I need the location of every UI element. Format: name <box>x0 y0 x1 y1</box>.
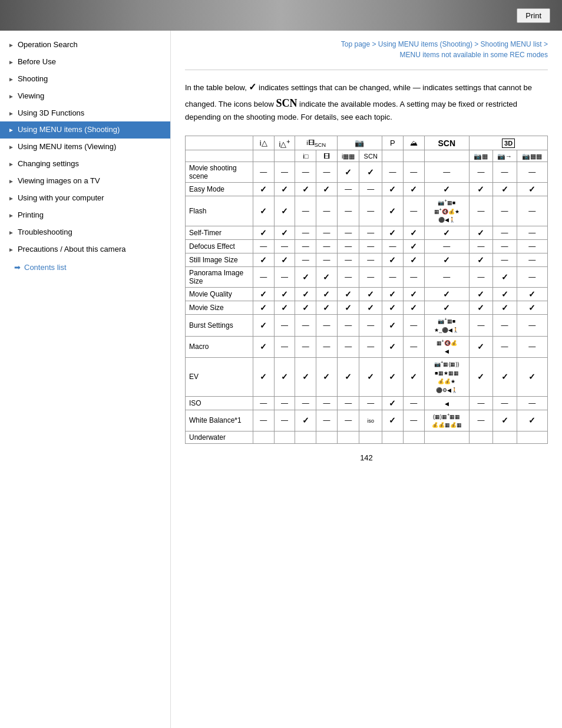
cell-4-2: — <box>295 240 316 253</box>
col-grid-group: 📷 <box>337 136 382 150</box>
cell-1-7: ✓ <box>403 183 424 196</box>
cell-14-0 <box>253 431 274 444</box>
contents-list-arrow: ➡ <box>14 263 21 272</box>
sidebar-label-7: Changing settings <box>18 159 79 169</box>
cell-5-9: ✓ <box>470 253 493 267</box>
cell-8-7: ✓ <box>403 301 424 315</box>
cell-1-5: — <box>359 183 382 196</box>
cell-5-6: ✓ <box>382 253 404 267</box>
cell-6-3: ✓ <box>316 267 338 288</box>
scn-label: SCN <box>276 97 297 109</box>
col-sub-1 <box>253 150 274 162</box>
breadcrumb-top[interactable]: Top page <box>341 40 370 48</box>
cell-10-9: ✓ <box>470 336 493 357</box>
cell-7-11: ✓ <box>517 288 547 301</box>
cell-13-6: ✓ <box>382 410 404 431</box>
page-number: 142 <box>185 453 548 462</box>
cell-10-0: ✓ <box>253 336 274 357</box>
cell-5-4: — <box>337 253 359 267</box>
cell-0-5: ✓ <box>359 162 382 183</box>
col-a: ⛰ <box>403 136 424 150</box>
cell-8-11: ✓ <box>517 301 547 315</box>
table-row: Movie Quality✓✓✓✓✓✓✓✓✓✓✓✓ <box>186 288 548 301</box>
cell-0-2: — <box>295 162 316 183</box>
cell-1-10: ✓ <box>492 183 517 196</box>
sidebar-item-2[interactable]: ►Shooting <box>0 71 170 88</box>
cell-0-6: — <box>382 162 404 183</box>
sidebar-item-8[interactable]: ►Viewing images on a TV <box>0 173 170 190</box>
sidebar-item-3[interactable]: ►Viewing <box>0 88 170 105</box>
sidebar-item-1[interactable]: ►Before Use <box>0 54 170 71</box>
sidebar-arrow-8: ► <box>8 177 14 185</box>
cell-13-9: — <box>470 410 493 431</box>
col-scn: SCN <box>424 136 470 150</box>
table-row: EV✓✓✓✓✓✓✓✓📷+▦(▦))■▦★▦▦💰💰★⚫⚙◀🚶✓✓✓ <box>186 357 548 396</box>
cell-6-11: — <box>517 267 547 288</box>
cell-5-10: — <box>492 253 517 267</box>
cell-11-9: ✓ <box>470 357 493 396</box>
row-label-11: EV <box>186 357 253 396</box>
print-button[interactable]: Print <box>517 8 550 23</box>
sidebar-item-0[interactable]: ►Operation Search <box>0 37 170 54</box>
description: In the table below, ✓ indicates settings… <box>185 80 548 124</box>
cell-3-6: ✓ <box>382 226 404 240</box>
sidebar-arrow-6: ► <box>8 143 14 151</box>
row-label-2: Flash <box>186 196 253 226</box>
cell-3-1: ✓ <box>274 226 295 240</box>
sidebar-item-10[interactable]: ►Printing <box>0 207 170 224</box>
sidebar-item-12[interactable]: ►Precautions / About this camera <box>0 241 170 258</box>
cell-13-1: — <box>274 410 295 431</box>
cell-8-5: ✓ <box>359 301 382 315</box>
cell-8-6: ✓ <box>382 301 404 315</box>
sidebar-label-12: Precautions / About this camera <box>18 245 126 255</box>
col-sub-3: i□ <box>295 150 316 162</box>
cell-8-3: ✓ <box>316 301 338 315</box>
cell-1-3: ✓ <box>316 183 338 196</box>
contents-list-link[interactable]: ➡ Contents list <box>0 258 170 276</box>
sidebar-item-7[interactable]: ►Changing settings <box>0 156 170 173</box>
cell-3-9: ✓ <box>470 226 493 240</box>
col-sub-5: i▦▦ <box>337 150 359 162</box>
cell-11-0: ✓ <box>253 357 274 396</box>
cell-1-9: ✓ <box>470 183 493 196</box>
cell-12-11: — <box>517 396 547 410</box>
cell-9-4: — <box>337 315 359 336</box>
cell-7-8: ✓ <box>424 288 470 301</box>
cell-10-10: — <box>492 336 517 357</box>
sidebar-item-9[interactable]: ►Using with your computer <box>0 190 170 207</box>
cell-9-7: — <box>403 315 424 336</box>
sidebar-arrow-3: ► <box>8 93 14 100</box>
cell-14-7 <box>403 431 424 444</box>
sidebar-arrow-10: ► <box>8 212 14 219</box>
row-label-14: Underwater <box>186 431 253 444</box>
cell-9-3: — <box>316 315 338 336</box>
sidebar-item-11[interactable]: ►Troubleshooting <box>0 224 170 241</box>
cell-5-2: — <box>295 253 316 267</box>
cell-12-1: — <box>274 396 295 410</box>
sidebar-label-6: Using MENU items (Viewing) <box>18 142 116 152</box>
cell-11-6: ✓ <box>382 357 404 396</box>
cell-7-5: ✓ <box>359 288 382 301</box>
table-row: Self-Timer✓✓————✓✓✓✓—— <box>186 226 548 240</box>
cell-2-6: ✓ <box>382 196 404 226</box>
cell-10-3: — <box>316 336 338 357</box>
breadcrumb-list[interactable]: Shooting MENU list <box>481 40 542 48</box>
breadcrumb-shooting[interactable]: Using MENU items (Shooting) <box>378 40 472 48</box>
checkmark-symbol: ✓ <box>249 82 256 92</box>
cell-13-3: — <box>316 410 338 431</box>
cell-7-7: ✓ <box>403 288 424 301</box>
sidebar-label-9: Using with your computer <box>18 193 104 203</box>
cell-13-11: ✓ <box>517 410 547 431</box>
sidebar-item-5[interactable]: ►Using MENU items (Shooting) <box>0 121 170 139</box>
cell-10-2: — <box>295 336 316 357</box>
cell-5-1: ✓ <box>274 253 295 267</box>
cell-11-11: ✓ <box>517 357 547 396</box>
cell-13-10: ✓ <box>492 410 517 431</box>
divider <box>185 70 548 70</box>
table-row: Movie Size✓✓✓✓✓✓✓✓✓✓✓✓ <box>186 301 548 315</box>
cell-2-9: — <box>470 196 493 226</box>
sidebar-item-4[interactable]: ►Using 3D Functions <box>0 105 170 122</box>
sidebar-item-6[interactable]: ►Using MENU items (Viewing) <box>0 139 170 156</box>
sidebar-arrow-2: ► <box>8 75 14 83</box>
cell-3-5: — <box>359 226 382 240</box>
